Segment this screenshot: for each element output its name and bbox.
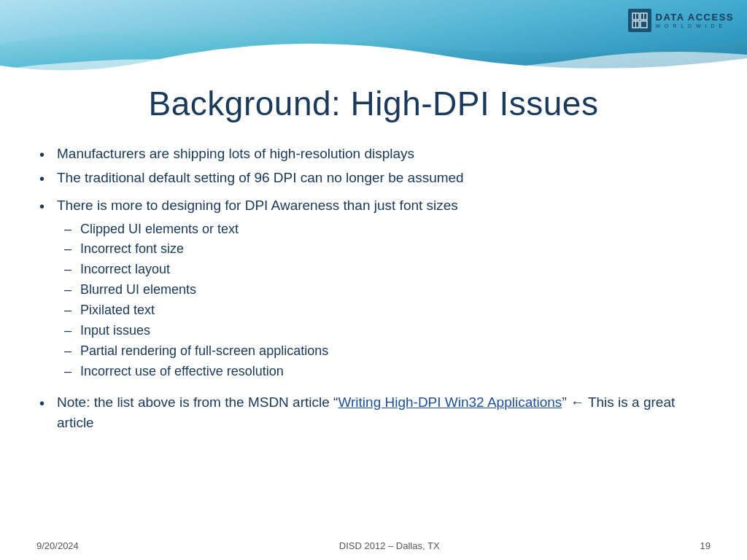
sub-list-item: Incorrect layout: [64, 260, 711, 280]
slide-content: Background: High-DPI Issues Manufacturer…: [36, 77, 711, 524]
svg-rect-3: [640, 21, 647, 28]
sub-item-text: Blurred UI elements: [80, 282, 196, 297]
bullet-text: Manufacturers are shipping lots of high-…: [57, 146, 414, 161]
sub-list-item: Partial rendering of full-screen applica…: [64, 341, 711, 362]
logo-main-text: DATA ACCESS: [656, 12, 735, 23]
sub-list-item: Pixilated text: [64, 300, 711, 321]
footer: 9/20/2024 DISD 2012 – Dallas, TX 19: [36, 540, 711, 551]
slide: DATA ACCESS W O R L D W I D E Background…: [0, 0, 747, 560]
list-item: The traditional default setting of 96 DP…: [36, 168, 711, 189]
sub-item-text: Incorrect layout: [80, 262, 170, 276]
footer-center: DISD 2012 – Dallas, TX: [79, 540, 700, 551]
logo: DATA ACCESS W O R L D W I D E: [628, 9, 735, 32]
sub-list-item: Input issues: [64, 321, 711, 341]
sub-item-text: Pixilated text: [80, 303, 155, 317]
logo-text: DATA ACCESS W O R L D W I D E: [656, 12, 735, 28]
footer-date: 9/20/2024: [36, 540, 79, 551]
sub-list-item: Incorrect font size: [64, 239, 711, 260]
list-item: There is more to designing for DPI Aware…: [36, 195, 711, 382]
logo-icon: [628, 9, 651, 32]
sub-item-text: Input issues: [80, 323, 150, 338]
sub-list-item: Incorrect use of effective resolution: [64, 362, 711, 382]
sub-bullet-list: Clipped UI elements or text Incorrect fo…: [64, 219, 711, 382]
bullet-text: The traditional default setting of 96 DP…: [57, 170, 464, 185]
sub-item-text: Partial rendering of full-screen applica…: [80, 343, 328, 358]
slide-title: Background: High-DPI Issues: [36, 84, 711, 123]
link-text: Writing High-DPI Win32 Applications: [338, 394, 562, 410]
sub-list-item: Blurred UI elements: [64, 280, 711, 300]
main-bullet-list: Manufacturers are shipping lots of high-…: [36, 144, 711, 434]
footer-page-number: 19: [700, 540, 711, 551]
sub-item-text: Incorrect font size: [80, 241, 184, 256]
logo-sub-text: W O R L D W I D E: [656, 23, 735, 28]
bullet-text: There is more to designing for DPI Aware…: [57, 198, 458, 213]
sub-list-item: Clipped UI elements or text: [64, 219, 711, 240]
list-item: Manufacturers are shipping lots of high-…: [36, 144, 711, 165]
note-list-item: Note: the list above is from the MSDN ar…: [36, 392, 711, 434]
sub-item-text: Incorrect use of effective resolution: [80, 364, 284, 378]
sub-item-text: Clipped UI elements or text: [80, 222, 239, 236]
note-text-pre: Note: the list above is from the MSDN ar…: [57, 394, 338, 410]
msdn-link[interactable]: Writing High-DPI Win32 Applications: [338, 394, 562, 410]
